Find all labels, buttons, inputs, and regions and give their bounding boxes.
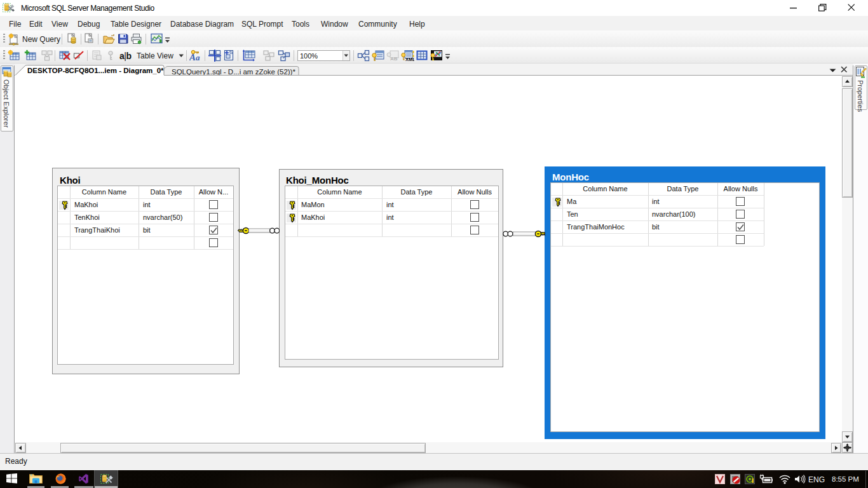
svg-text:a: a [196,53,200,62]
svg-text:AB: AB [390,56,398,62]
svg-text:XML: XML [405,57,414,62]
